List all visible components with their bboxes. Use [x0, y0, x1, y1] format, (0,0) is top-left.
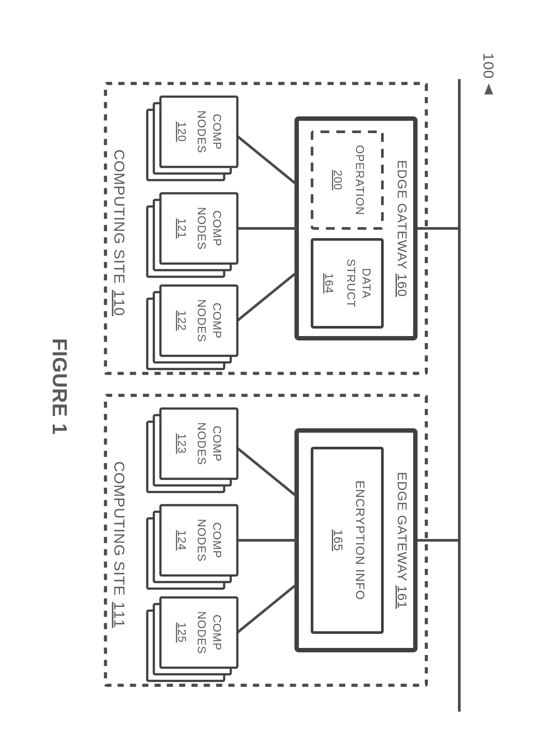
comp-nodes-0-2-l1: COMP	[211, 303, 224, 339]
conn-0-0	[237, 136, 297, 184]
comp-nodes-0-1: COMP NODES 121	[147, 193, 237, 277]
gateway-0-block-1-l1: DATA	[360, 268, 373, 298]
comp-nodes-0-0-l2: NODES	[195, 110, 208, 153]
comp-nodes-1-2: COMP NODES 125	[147, 597, 237, 681]
edge-gateway-0: EDGE GATEWAY 160 OPERATION 200 DATA STRU…	[297, 119, 415, 338]
gateway-0-block-0-ref: 200	[331, 170, 345, 190]
conn-0-2	[237, 272, 297, 321]
comp-nodes-0-1-ref: 121	[175, 218, 189, 239]
comp-nodes-1-0-l2: NODES	[195, 422, 208, 465]
comp-nodes-1-1-l2: NODES	[195, 519, 208, 561]
computing-site-1: COMPUTING SITE 111 EDGE GATEWAY 161 ENCR…	[105, 395, 426, 685]
comp-nodes-0-1-l2: NODES	[195, 207, 208, 250]
gateway-0-block-1-l2: STRUCT	[345, 259, 358, 307]
edge-gateway-0-title: EDGE GATEWAY 160	[395, 160, 410, 297]
conn-1-0	[237, 448, 297, 496]
comp-nodes-1-0: COMP NODES 123	[147, 409, 237, 492]
figure-id-arrow	[484, 83, 493, 94]
comp-nodes-0-2-l2: NODES	[195, 299, 208, 342]
gateway-0-block-1-ref: 164	[323, 273, 336, 293]
comp-nodes-1-2-l1: COMP	[211, 615, 224, 651]
site-1-ref: 111	[111, 602, 128, 628]
comp-nodes-0-0-l1: COMP	[211, 114, 224, 150]
figure-id-label: 100	[480, 53, 497, 79]
comp-nodes-0-0-ref: 120	[175, 122, 189, 142]
edge-gateway-1: EDGE GATEWAY 161 ENCRYPTION INFO 165	[297, 430, 415, 650]
comp-nodes-1-2-l2: NODES	[195, 611, 208, 654]
gateway-1-block-0-label: ENCRYPTION INFO	[353, 481, 367, 600]
comp-nodes-0-2-ref: 122	[175, 311, 189, 331]
comp-nodes-0-1-l1: COMP	[211, 210, 224, 246]
comp-nodes-0-0: COMP NODES 120	[147, 97, 237, 180]
edge-gateway-1-title: EDGE GATEWAY 161	[395, 472, 410, 609]
figure-caption: FIGURE 1	[48, 338, 71, 435]
comp-nodes-1-1: COMP NODES 124	[147, 505, 237, 589]
gateway-0-block-0-label: OPERATION	[353, 145, 367, 215]
comp-nodes-1-2-ref: 125	[175, 622, 189, 643]
comp-nodes-1-1-l1: COMP	[211, 522, 224, 558]
conn-1-2	[237, 584, 297, 633]
site-0-label: COMPUTING SITE	[111, 149, 128, 284]
comp-nodes-1-1-ref: 124	[175, 530, 189, 550]
site-0-ref: 110	[111, 290, 128, 316]
site-1-label: COMPUTING SITE	[111, 461, 128, 596]
comp-nodes-1-0-l1: COMP	[211, 426, 224, 462]
comp-nodes-1-0-ref: 123	[175, 434, 189, 454]
gateway-1-block-0-ref: 165	[331, 529, 345, 551]
computing-site-0: COMPUTING SITE 110 EDGE GATEWAY 160 OPER…	[105, 83, 426, 373]
comp-nodes-0-2: COMP NODES 122	[147, 286, 237, 369]
